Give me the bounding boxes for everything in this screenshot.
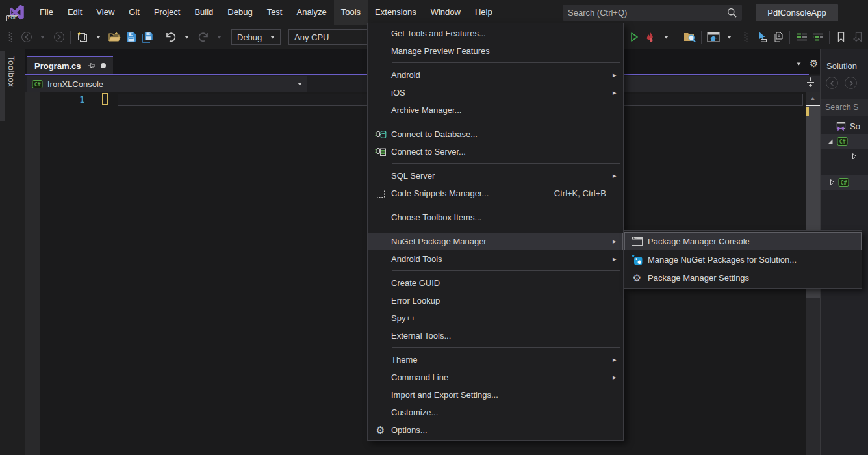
menu-item[interactable]: Manage Preview Features [368,42,623,60]
feedback-profile-button[interactable]: PdfConsoleApp [756,4,838,21]
toolbar-button[interactable] [626,29,641,46]
menu-item[interactable]: ⚙ Options... [368,421,623,439]
menu-item[interactable]: Choose Toolbox Items... [368,209,623,226]
toolbar-button[interactable] [643,29,657,46]
toolbar-button[interactable] [123,29,138,46]
scrollbar-up-arrow-icon[interactable]: ▲ [806,92,820,103]
nav-back-icon [21,31,32,43]
tree-node[interactable] [821,149,868,164]
explorer-back-button[interactable] [826,77,838,89]
submenu-arrow-icon [613,255,621,263]
split-window-button[interactable] [806,77,815,87]
toolbar-button[interactable] [19,29,34,46]
toolbar-button[interactable] [51,29,66,46]
separator [159,31,159,44]
breakpoint-gutter[interactable] [25,92,40,455]
menubar-item[interactable]: Edit [60,0,89,25]
menu-item[interactable]: Android [368,66,623,84]
menu-item[interactable]: iOS [368,84,623,101]
expander-collapsed-icon[interactable] [852,153,857,160]
toolbar-button[interactable] [140,29,155,46]
tree-node[interactable]: So [821,119,868,134]
toolbox-tab[interactable]: Toolbox [6,56,16,87]
solution-platform-dropdown[interactable]: Any CPU [288,29,378,45]
menu-item[interactable]: SQL Server [368,167,623,185]
menubar-item[interactable]: Project [147,0,187,25]
menubar-item[interactable]: Debug [220,0,259,25]
menu-item[interactable]: Import and Export Settings... [368,386,623,404]
panel-title: Solution [826,61,857,71]
menu-item[interactable]: External Tools... [368,327,623,344]
toolbar-button[interactable] [163,29,178,46]
tree-node[interactable]: C# [821,134,868,149]
expander-collapsed-icon[interactable] [830,179,835,186]
menubar-item[interactable]: File [32,0,60,25]
toolbar-button[interactable] [212,29,227,46]
toolbar-button[interactable] [834,29,849,46]
toolbar-button[interactable] [75,29,90,46]
toolbar-button[interactable] [91,29,106,46]
toolbar-button[interactable] [107,29,122,46]
menu-item[interactable]: ⚙ Package Manager Settings [624,268,862,287]
menu-item[interactable]: Archive Manager... [368,101,623,119]
project-context-dropdown[interactable]: C# IronXLConsole [27,76,307,92]
menu-item[interactable]: Theme [368,351,623,369]
menu-item[interactable]: Get Tools and Features... [368,25,623,42]
solution-search-input[interactable]: Search S [821,99,868,116]
menu-item[interactable]: Android Tools [368,250,623,268]
menu-item[interactable]: Error Lookup [368,292,623,309]
menubar-item[interactable]: Build [187,0,220,25]
toolbar-button[interactable] [179,29,194,46]
expander-expanded-icon[interactable] [827,138,834,145]
menubar-item[interactable]: View [89,0,121,25]
toolbar-button[interactable] [738,29,753,46]
solution-configuration-dropdown[interactable]: Debug [231,29,281,45]
search-input[interactable]: Search (Ctrl+Q) [563,5,742,21]
menubar-item[interactable]: Analyze [289,0,333,25]
menu-item[interactable]: Create GUID [368,274,623,292]
toolbar-grip-icon [8,31,12,43]
menubar-item[interactable]: Extensions [368,0,424,25]
menu-item[interactable]: Code Snippets Manager... Ctrl+K, Ctrl+B [368,185,623,202]
toolbar-button[interactable] [722,29,737,46]
menu-item[interactable]: Customize... [368,404,623,421]
explorer-forward-button[interactable] [845,77,857,89]
toolbar-button[interactable] [754,29,769,46]
menubar-item[interactable]: Test [260,0,290,25]
tree-node[interactable]: C# [821,175,868,190]
menubar-item[interactable]: Tools [334,0,368,25]
indent-decrease-icon [796,32,808,42]
submenu-arrow-icon [613,88,621,97]
toolbar-button[interactable] [682,29,697,46]
toolbar-button[interactable] [35,29,50,46]
search-placeholder: Search (Ctrl+Q) [568,8,627,18]
unsaved-changes-dot-icon[interactable] [101,63,106,68]
tab-list-caret[interactable] [797,62,801,66]
toolbar-button[interactable] [810,29,825,46]
menu-item[interactable]: Connect to Database... [368,125,623,143]
menu-item[interactable]: Manage NuGet Packages for Solution... [624,250,862,268]
menu-item[interactable]: Spy++ [368,309,623,327]
menubar-item[interactable]: Help [468,0,500,25]
menu-item[interactable]: Connect to Server... [368,143,623,161]
toolbar-button[interactable] [850,29,865,46]
menubar-item[interactable]: Window [424,0,468,25]
redo-icon [198,32,209,42]
unsaved-change-marker [806,107,809,116]
tabstrip-gear[interactable]: ⚙ [810,58,818,70]
pin-icon[interactable] [87,62,95,70]
toolbar-button[interactable] [196,29,211,46]
menu-item[interactable]: Package Manager Console [624,232,862,250]
toolbar-button[interactable] [3,29,18,46]
toolbar-button[interactable] [794,29,809,46]
menu-item[interactable]: Command Line [368,369,623,386]
document-tab[interactable]: Program.cs [27,56,113,74]
toolbar-button[interactable] [659,29,674,46]
undo-icon [165,32,177,42]
toolbar-button[interactable] [771,29,785,46]
dropdown-caret-icon [185,36,189,39]
menu-item[interactable]: NuGet Package Manager [368,233,623,250]
toolbar-button[interactable] [706,29,721,46]
visual-studio-window: PRE File Edit View Git [0,0,868,455]
menubar-item[interactable]: Git [121,0,147,25]
